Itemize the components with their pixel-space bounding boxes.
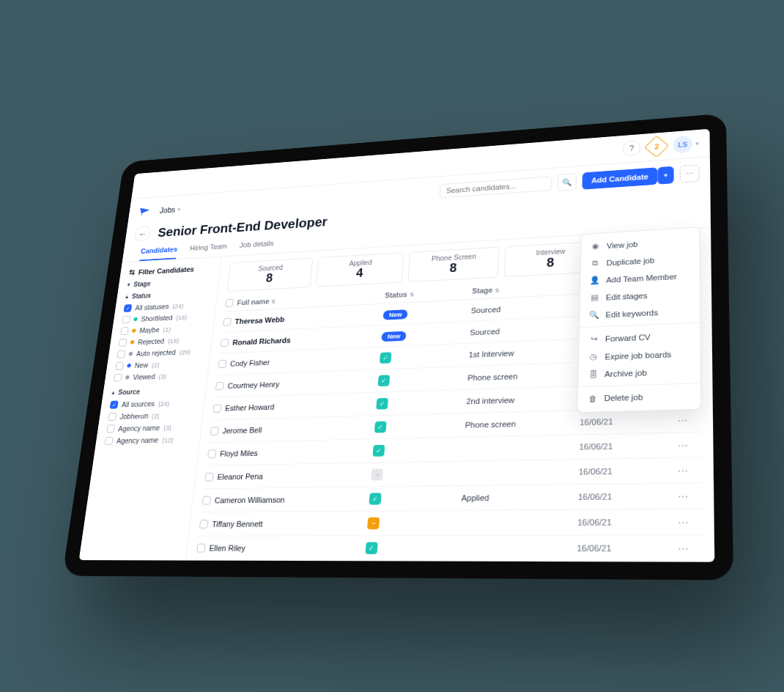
filter-item-label: All statuses	[135, 302, 169, 312]
row-checkbox[interactable]	[215, 382, 224, 390]
notification-badge[interactable]: 2	[648, 138, 665, 155]
row-checkbox[interactable]	[218, 360, 226, 368]
person-icon: 👤	[590, 276, 601, 285]
filter-status-item[interactable]: Viewed(3)	[114, 369, 201, 383]
clock-icon: ◷	[588, 352, 599, 361]
stage-card[interactable]: Phone Screen 8	[408, 247, 500, 282]
row-name: Eleanor Pena	[217, 471, 371, 482]
back-button[interactable]: ←	[133, 225, 152, 242]
dropdown-item-label: Edit keywords	[605, 308, 658, 319]
row-stage: Sourced	[470, 323, 582, 336]
filter-section-source[interactable]: ▴ Source	[111, 386, 199, 397]
avatar-initials: LS	[678, 141, 687, 149]
row-checkbox[interactable]	[210, 427, 219, 435]
filter-item-count: (3)	[158, 372, 167, 380]
row-name: Cody Fisher	[230, 354, 381, 368]
checkbox[interactable]	[115, 362, 124, 370]
stage-card[interactable]: Applied 4	[316, 252, 404, 287]
tab-hiring-team[interactable]: Hiring Team	[189, 242, 228, 258]
row-date: 16/06/21	[580, 416, 677, 427]
help-button[interactable]: ?	[623, 140, 640, 157]
row-more-button[interactable]: ⋯	[678, 516, 703, 528]
tab-candidates[interactable]: Candidates	[139, 246, 178, 262]
row-checkbox[interactable]	[196, 544, 206, 553]
filter-item-label: Viewed	[133, 372, 155, 381]
arrow-left-icon: ←	[138, 229, 147, 238]
filter-item-label: Maybe	[139, 325, 160, 334]
checkbox[interactable]	[106, 424, 115, 432]
checkbox[interactable]	[114, 374, 122, 382]
filter-section-stage[interactable]: ▾ Stage	[127, 276, 212, 288]
col-stage[interactable]: Stage⇅	[472, 281, 583, 295]
add-candidate-button[interactable]: Add Candidate	[583, 167, 657, 189]
user-menu[interactable]: LS ▾	[673, 135, 700, 154]
dropdown-item-label: View job	[607, 240, 638, 250]
row-name: Ronald Richards	[232, 332, 382, 347]
more-actions-button[interactable]: ⋯	[680, 164, 700, 183]
row-name: Jerome Bell	[222, 423, 375, 435]
checkbox[interactable]: ✓	[110, 401, 119, 409]
search-input[interactable]	[446, 180, 546, 194]
checkbox[interactable]: ✓	[124, 304, 133, 312]
row-status: ✓	[380, 349, 469, 364]
table-row[interactable]: Ellen Riley ✓ 16/06/21 ⋯	[196, 535, 703, 562]
search-icon: 🔍	[589, 310, 600, 320]
row-checkbox[interactable]	[204, 473, 213, 482]
row-more-button[interactable]: ⋯	[678, 542, 703, 555]
status-dot-icon	[132, 328, 136, 332]
col-status[interactable]: Status⇅	[385, 287, 473, 299]
search-icon: 🔍	[562, 177, 572, 186]
table-row[interactable]: Cameron Williamson ✓ Applied 16/06/21 ⋯	[201, 483, 702, 512]
search-button[interactable]: 🔍	[558, 173, 577, 191]
row-checkbox[interactable]	[202, 496, 211, 505]
sort-icon: ⇅	[495, 287, 500, 294]
filter-item-label: Agency name	[116, 435, 158, 444]
status-badge-new: New	[383, 309, 408, 320]
avatar: LS	[673, 136, 693, 154]
row-checkbox[interactable]	[223, 317, 232, 325]
row-checkbox[interactable]	[207, 449, 216, 458]
logo-icon	[137, 205, 152, 218]
select-all-checkbox[interactable]	[225, 299, 234, 307]
col-stage-label: Stage	[472, 286, 493, 295]
source-label: Source	[118, 388, 141, 396]
table-row[interactable]: Tiffany Bennett ~ 16/06/21 ⋯	[199, 509, 703, 537]
status-dot-icon	[125, 375, 130, 380]
checkbox[interactable]	[117, 350, 126, 358]
row-more-button[interactable]: ⋯	[678, 439, 702, 451]
stage-card[interactable]: Sourced 8	[227, 258, 314, 292]
dropdown-item[interactable]: 🗄 Archive job	[578, 362, 700, 383]
row-more-button[interactable]: ⋯	[677, 413, 701, 425]
row-date: 16/06/21	[577, 543, 678, 553]
row-more-button[interactable]: ⋯	[678, 464, 703, 476]
row-checkbox[interactable]	[221, 339, 229, 347]
row-checkbox[interactable]	[212, 404, 221, 412]
checkbox[interactable]	[120, 327, 129, 335]
tab-job-details[interactable]: Job details	[239, 239, 274, 255]
status-badge-new: New	[382, 331, 407, 341]
status-dot-icon	[130, 340, 135, 344]
filter-source-item[interactable]: Agency name(12)	[104, 433, 193, 447]
checkbox[interactable]	[108, 413, 117, 421]
filter-item-label: Agency name	[118, 424, 160, 432]
nav-jobs[interactable]: Jobs ▾	[159, 205, 181, 216]
checkbox[interactable]	[105, 437, 114, 445]
status-dot-icon	[128, 352, 133, 356]
row-checkbox[interactable]	[199, 520, 209, 529]
app-screen: ? 2 LS ▾ Jobs ▾	[79, 129, 715, 562]
dropdown-item-label: Duplicate job	[607, 256, 655, 267]
add-candidate-label: Add Candidate	[591, 172, 648, 184]
checkbox[interactable]	[122, 316, 130, 324]
row-more-button[interactable]: ⋯	[678, 490, 703, 501]
add-candidate-caret[interactable]: ▾	[657, 166, 674, 185]
filter-item-label: Shortlisted	[141, 314, 173, 323]
tablet-frame: ? 2 LS ▾ Jobs ▾	[62, 113, 733, 580]
row-status: New	[382, 328, 470, 340]
status-maybe-icon: ~	[367, 518, 380, 529]
row-stage	[462, 472, 578, 474]
checkbox[interactable]	[119, 339, 127, 347]
dropdown-item[interactable]: 🗑 Delete job	[577, 386, 700, 408]
row-status: ~	[367, 517, 460, 529]
filter-header: ⇆ Filter Candidates	[129, 263, 215, 276]
dropdown-item-label: Edit stages	[606, 291, 648, 301]
